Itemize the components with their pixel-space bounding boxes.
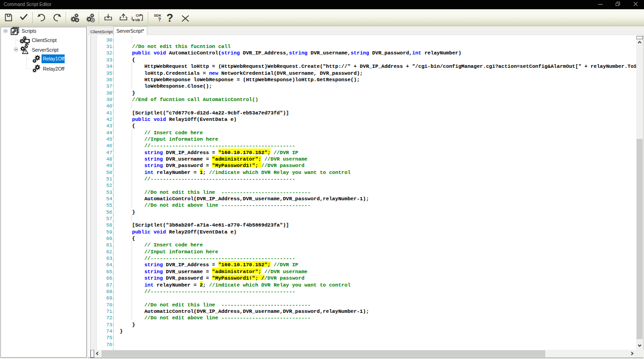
svg-text:?: ? xyxy=(158,17,161,22)
svg-text:?: ? xyxy=(167,12,174,24)
svg-text:C#: C# xyxy=(136,13,140,18)
svg-text:VB: VB xyxy=(135,18,140,22)
